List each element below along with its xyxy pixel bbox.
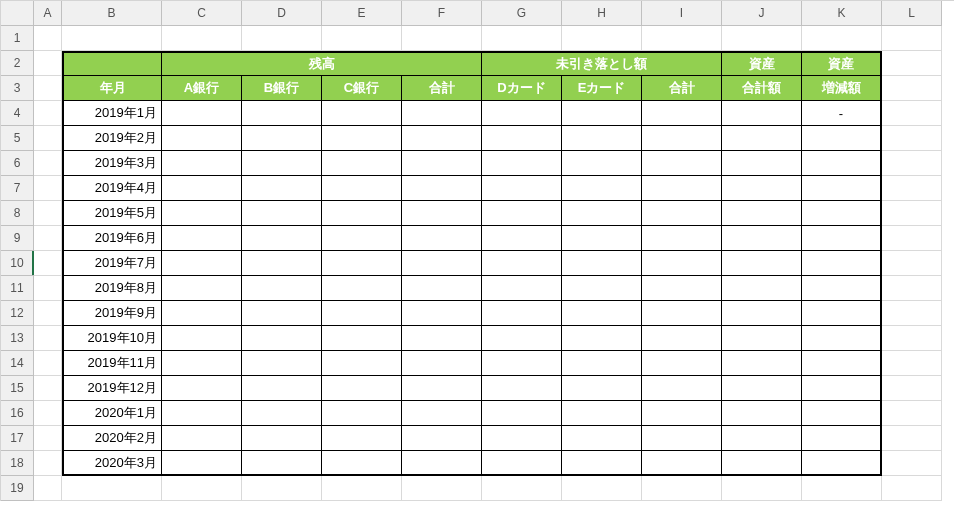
cell-balance-total[interactable] — [402, 251, 482, 276]
cell-bank-a[interactable] — [162, 426, 242, 451]
cell-bank-a[interactable] — [162, 201, 242, 226]
cell-bank-c[interactable] — [322, 151, 402, 176]
cell-A11[interactable] — [34, 276, 62, 301]
cell-bank-b[interactable] — [242, 176, 322, 201]
row-header-8[interactable]: 8 — [1, 201, 34, 226]
cell-card-e[interactable] — [562, 251, 642, 276]
cell-asset-total[interactable] — [722, 176, 802, 201]
cell-bank-c[interactable] — [322, 401, 402, 426]
cell-asset-total[interactable] — [722, 351, 802, 376]
cell-month[interactable]: 2019年5月 — [62, 201, 162, 226]
cell-bank-b[interactable] — [242, 426, 322, 451]
col-header-B[interactable]: B — [62, 1, 162, 26]
cell-asset-delta[interactable] — [802, 376, 882, 401]
cell-pending-total[interactable] — [642, 451, 722, 476]
cell-bank-c[interactable] — [322, 451, 402, 476]
cell-bank-c[interactable] — [322, 276, 402, 301]
cell-card-d[interactable] — [482, 151, 562, 176]
row-header-5[interactable]: 5 — [1, 126, 34, 151]
cell-bank-c[interactable] — [322, 201, 402, 226]
row-header-19[interactable]: 19 — [1, 476, 34, 501]
cell-asset-delta[interactable] — [802, 401, 882, 426]
cell-asset-delta[interactable] — [802, 226, 882, 251]
cell-L7[interactable] — [882, 176, 942, 201]
cell-L13[interactable] — [882, 326, 942, 351]
cell-bank-a[interactable] — [162, 101, 242, 126]
cell-asset-delta[interactable] — [802, 251, 882, 276]
cell-card-d[interactable] — [482, 351, 562, 376]
cell-L15[interactable] — [882, 376, 942, 401]
col-header-H[interactable]: H — [562, 1, 642, 26]
cell-balance-total[interactable] — [402, 276, 482, 301]
cell-bank-a[interactable] — [162, 151, 242, 176]
cell-asset-total[interactable] — [722, 426, 802, 451]
col-header-E[interactable]: E — [322, 1, 402, 26]
cell-bank-a[interactable] — [162, 126, 242, 151]
cell-balance-total[interactable] — [402, 301, 482, 326]
cell-A4[interactable] — [34, 101, 62, 126]
cell-A8[interactable] — [34, 201, 62, 226]
cell-K19[interactable] — [802, 476, 882, 501]
col-header-D[interactable]: D — [242, 1, 322, 26]
cell-L5[interactable] — [882, 126, 942, 151]
cell-bank-c[interactable] — [322, 326, 402, 351]
row-header-17[interactable]: 17 — [1, 426, 34, 451]
cell-card-d[interactable] — [482, 451, 562, 476]
cell-L3[interactable] — [882, 76, 942, 101]
cell-card-e[interactable] — [562, 226, 642, 251]
cell-card-e[interactable] — [562, 126, 642, 151]
cell-card-e[interactable] — [562, 201, 642, 226]
cell-card-d[interactable] — [482, 101, 562, 126]
cell-bank-c[interactable] — [322, 351, 402, 376]
cell-card-e[interactable] — [562, 301, 642, 326]
cell-J1[interactable] — [722, 26, 802, 51]
cell-bank-c[interactable] — [322, 126, 402, 151]
cell-bank-b[interactable] — [242, 326, 322, 351]
cell-asset-delta[interactable] — [802, 426, 882, 451]
cell-bank-b[interactable] — [242, 351, 322, 376]
cell-bank-a[interactable] — [162, 226, 242, 251]
cell-asset-delta[interactable] — [802, 451, 882, 476]
spreadsheet-grid[interactable]: ABCDEFGHIJKL12残高未引き落とし額資産資産3年月A銀行B銀行C銀行合… — [0, 0, 954, 501]
cell-month[interactable]: 2019年11月 — [62, 351, 162, 376]
row-header-7[interactable]: 7 — [1, 176, 34, 201]
col-header-A[interactable]: A — [34, 1, 62, 26]
cell-card-d[interactable] — [482, 251, 562, 276]
cell-card-d[interactable] — [482, 426, 562, 451]
cell-bank-b[interactable] — [242, 451, 322, 476]
cell-pending-total[interactable] — [642, 301, 722, 326]
cell-B1[interactable] — [62, 26, 162, 51]
cell-month[interactable]: 2019年7月 — [62, 251, 162, 276]
cell-asset-delta[interactable] — [802, 151, 882, 176]
cell-L1[interactable] — [882, 26, 942, 51]
cell-A19[interactable] — [34, 476, 62, 501]
cell-card-d[interactable] — [482, 301, 562, 326]
cell-card-e[interactable] — [562, 351, 642, 376]
cell-balance-total[interactable] — [402, 401, 482, 426]
cell-bank-c[interactable] — [322, 101, 402, 126]
cell-L16[interactable] — [882, 401, 942, 426]
cell-bank-b[interactable] — [242, 126, 322, 151]
cell-asset-total[interactable] — [722, 251, 802, 276]
cell-bank-c[interactable] — [322, 251, 402, 276]
cell-balance-total[interactable] — [402, 426, 482, 451]
cell-F19[interactable] — [402, 476, 482, 501]
cell-pending-total[interactable] — [642, 326, 722, 351]
cell-bank-c[interactable] — [322, 176, 402, 201]
row-header-11[interactable]: 11 — [1, 276, 34, 301]
cell-D19[interactable] — [242, 476, 322, 501]
cell-card-e[interactable] — [562, 276, 642, 301]
row-header-9[interactable]: 9 — [1, 226, 34, 251]
cell-month[interactable]: 2019年9月 — [62, 301, 162, 326]
cell-bank-a[interactable] — [162, 376, 242, 401]
cell-month[interactable]: 2019年8月 — [62, 276, 162, 301]
cell-asset-total[interactable] — [722, 376, 802, 401]
cell-pending-total[interactable] — [642, 251, 722, 276]
cell-month[interactable]: 2019年3月 — [62, 151, 162, 176]
row-header-10[interactable]: 10 — [1, 251, 34, 276]
cell-asset-total[interactable] — [722, 326, 802, 351]
cell-pending-total[interactable] — [642, 226, 722, 251]
cell-A7[interactable] — [34, 176, 62, 201]
cell-pending-total[interactable] — [642, 151, 722, 176]
cell-asset-total[interactable] — [722, 151, 802, 176]
